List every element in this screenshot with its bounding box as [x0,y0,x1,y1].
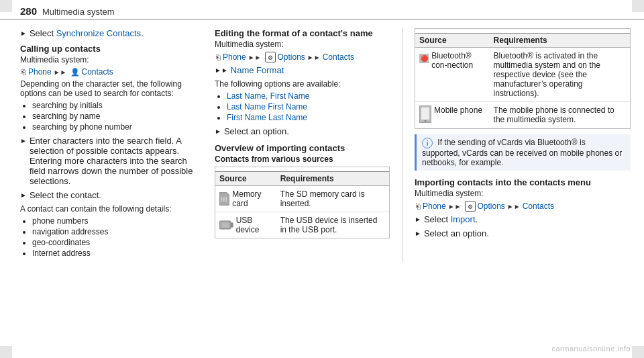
breadcrumb-options-2[interactable]: Options [278,52,305,62]
breadcrumb-arrow-2a: ►► [248,54,262,61]
page-header: 280 Multimedia system [0,0,644,20]
corner-tr [632,0,644,12]
breadcrumb-arrow-3a: ►► [448,203,462,210]
mid-column: Editing the format of a contact's name M… [215,28,402,262]
table-row: 🔴 Bluetooth® con-nection Bluetooth® is a… [415,48,630,102]
left-column: ► Select Synchronize Contacts. Calling u… [20,28,215,262]
svg-rect-2 [223,197,225,202]
bullet-name: searching by name [32,111,203,121]
arrow-icon: ► [20,30,27,37]
breadcrumb-arrow-1: ►► [54,69,67,76]
memory-card-icon [219,191,229,206]
enter-chars-text: Enter characters into the search field. … [30,136,203,186]
name-format-link[interactable]: Name Format [231,65,284,75]
breadcrumb-phone-2[interactable]: Phone [223,52,246,62]
multimedia-system-label-3: Multimedia system: [415,189,631,198]
page-number: 280 [20,5,37,17]
corner-tl [0,0,12,12]
bullet-internet: Internet address [32,249,203,258]
arrow-icon-7: ► [415,230,421,237]
arrow-icon-2: ► [20,137,27,144]
contact-details-text: A contact can contain the following deta… [20,204,203,214]
breadcrumb-arrow-3b: ►► [507,203,521,210]
import-heading: Importing contacts into the contacts men… [415,177,631,187]
option-first-last: First Name Last Name [227,113,390,122]
options-icon-box-2: ⚙ [265,52,276,62]
last-first-link[interactable]: Last Name, First Name [227,91,309,101]
main-content: ► Select Synchronize Contacts. Calling u… [0,20,644,270]
phone-icon-3: ⎗ [416,202,421,210]
info-text: If the sending of vCards via Bluetooth® … [422,138,622,167]
intro-text: Select Synchronize Contacts. [30,28,144,38]
right-source-table-wrapper: Source Requirements 🔴 [415,28,631,129]
watermark: carmanualsonline.info [551,345,631,353]
bullet-initials: searching by initials [32,101,203,110]
svg-rect-10 [421,107,429,120]
table-row: Mobile phone The mobile phone is connect… [415,102,630,129]
breadcrumb-1: ⎗ Phone ►► 👤 Contacts [20,67,203,77]
synchronize-contacts-link[interactable]: Synchronize Contacts [56,28,141,38]
intro-arrow-item: ► Select Synchronize Contacts. [20,28,203,38]
breadcrumb-phone-1[interactable]: Phone [28,67,52,77]
bullet-phone: searching by phone number [32,122,203,132]
usb-icon [219,219,233,231]
multimedia-system-label-1: Multimedia system: [20,55,203,64]
arrow-icon-6: ► [415,216,421,223]
corner-bl [0,346,12,358]
option-last-first-ncomma: Last Name First Name [227,102,390,111]
bluetooth-req: Bluetooth® is activated in the multimedi… [490,48,630,102]
contacts-icon-1: 👤 [70,68,80,77]
contacts-from-sources-heading: Contacts from various sources [215,154,390,164]
bullet-geo: geo-coordinates [32,238,203,247]
page-container: 280 Multimedia system ► Select Synchroni… [0,0,644,358]
search-options-list: searching by initials searching by name … [20,101,203,132]
import-link[interactable]: Import [451,214,476,224]
enter-chars-item: ► Enter characters into the search field… [20,136,203,186]
table-row: Memory card The SD memory card is insert… [215,186,389,212]
breadcrumb-contacts-2[interactable]: Contacts [323,52,354,62]
svg-point-11 [425,120,427,122]
right-source-table: Source Requirements 🔴 [415,33,630,128]
breadcrumb-contacts-3[interactable]: Contacts [523,202,554,211]
right-column: Source Requirements 🔴 [402,28,631,262]
contact-details-list: phone numbers navigation addresses geo-c… [20,216,203,258]
svg-rect-6 [221,223,228,228]
mid-table-col1-header: Source [215,172,276,186]
overview-heading: Overview of importing contacts [215,143,390,153]
mid-source-table: Source Requirements [215,171,389,238]
memory-card-label: Memory card [232,189,272,208]
bullet-nav-addr: navigation addresses [32,227,203,236]
bluetooth-cell: 🔴 Bluetooth® con-nection [415,48,490,102]
mobile-label: Mobile phone [434,105,482,115]
mid-source-table-wrapper: Source Requirements [215,167,390,238]
usb-req: The USB device is inserted in the USB po… [276,212,389,238]
select-option-item: ► Select an option. [215,126,390,136]
select-option-text-2: Select an option. [424,228,489,238]
breadcrumb-contacts-1[interactable]: Contacts [82,67,113,77]
last-first-nc-link[interactable]: Last Name First Name [227,102,307,111]
page-title: Multimedia system [42,7,115,17]
select-contact-text: Select the contact. [30,190,101,200]
breadcrumb-options-3[interactable]: Options [478,202,505,211]
right-table-col2-header: Requirements [490,34,630,48]
mobile-phone-icon [419,105,431,123]
import-arrow-item: ► Select Import. [415,214,631,224]
info-icon: i [422,138,433,148]
arrow-icon-4: ►► [215,66,228,74]
memory-card-cell: Memory card [215,186,276,212]
svg-rect-5 [231,223,233,228]
memory-card-req: The SD memory card is inserted. [276,186,389,212]
import-select-text: Select [424,214,448,224]
first-last-link[interactable]: First Name Last Name [227,113,307,122]
usb-cell: USB device [215,212,276,238]
name-format-item: ►► Name Format [215,65,390,75]
usb-label: USB device [236,216,272,234]
corner-br [632,346,644,358]
breadcrumb-2: ⎗ Phone ►► ⚙ Options ►► Contacts [215,52,390,62]
mobile-cell: Mobile phone [415,102,490,129]
bluetooth-icon: 🔴 [419,51,429,66]
mid-table-col2-header: Requirements [276,172,389,186]
name-format-options-list: Last Name, First Name Last Name First Na… [215,91,390,122]
breadcrumb-3: ⎗ Phone ►► ⚙ Options ►► Contacts [415,201,631,212]
breadcrumb-phone-3[interactable]: Phone [423,202,446,211]
